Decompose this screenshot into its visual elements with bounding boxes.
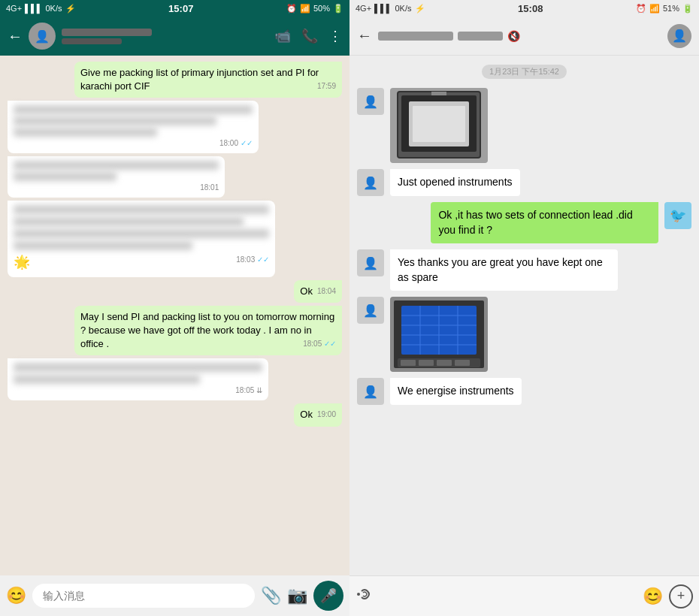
right-battery-icon: 🔋 (682, 4, 693, 14)
right-msg-row-1: 👤 (357, 88, 691, 163)
right-msg-row-6: 👤 We energise instruments (357, 378, 691, 405)
left-message-input[interactable] (32, 584, 255, 608)
message-text-3 (14, 161, 219, 170)
svg-rect-4 (413, 106, 465, 142)
right-chat-area: 1月23日 下午15:42 👤 (350, 56, 699, 575)
right-msg-avatar-3: 🐦 (664, 202, 691, 229)
right-contact-name-blur (378, 32, 453, 41)
left-carrier: 4G+ (6, 4, 22, 13)
right-msg-bubble-4: Yes thanks you are great you have kept o… (390, 249, 618, 291)
message-time-6: 18:05 ✓✓ (303, 339, 336, 349)
right-msg-text-2: Just opened instruments (398, 176, 513, 188)
right-time: 15:08 (518, 3, 543, 14)
right-contact-name-blur2 (458, 32, 503, 41)
right-msg-avatar-4: 👤 (357, 249, 384, 276)
right-emoji-button[interactable]: 😊 (643, 587, 663, 606)
message-text-4a (14, 205, 269, 214)
right-msg-avatar-6: 👤 (357, 378, 384, 405)
right-contact-name-area: 🔇 (378, 30, 661, 42)
right-status-bar: 4G+ ▌▌▌ 0K/s ⚡ 15:08 ⏰ 📶 51% 🔋 (350, 0, 699, 17)
left-chat-area: Give me packing list of primary injuncti… (0, 56, 350, 575)
left-status-bar: 4G+ ▌▌▌ 0K/s ⚡ 15:07 ⏰ 📶 50% 🔋 (0, 0, 350, 17)
svg-rect-19 (437, 360, 452, 366)
right-chat-header: ← 🔇 👤 (350, 17, 699, 56)
right-msg-row-5: 👤 (357, 297, 691, 372)
message-incoming-2: 18:00 ✓✓ (8, 101, 259, 153)
message-time-8: 19:00 (317, 409, 336, 420)
right-msg-text-4: Yes thanks you are great you have kept o… (398, 256, 603, 283)
message-text-2 (14, 105, 253, 114)
right-msg-bubble-6: We energise instruments (390, 378, 522, 405)
right-voice-button[interactable] (356, 585, 374, 608)
person-icon: 👤 (35, 29, 50, 44)
message-text-7b (14, 375, 200, 384)
right-carrier: 4G+ (356, 4, 371, 13)
right-plus-button[interactable]: + (669, 584, 693, 608)
right-msg-avatar-1: 👤 (357, 88, 384, 115)
message-text-4b (14, 217, 244, 226)
left-battery: 50% (313, 4, 330, 13)
left-chat-panel: 4G+ ▌▌▌ 0K/s ⚡ 15:07 ⏰ 📶 50% 🔋 ← 👤 📹 📞 ⋮ (0, 0, 350, 616)
right-wifi-icon: 📶 (649, 4, 660, 14)
left-camera-button[interactable]: 📷 (287, 586, 307, 605)
svg-rect-20 (455, 360, 470, 366)
right-msg-row-2: 👤 Just opened instruments (357, 169, 691, 196)
right-mute-icon: 🔇 (507, 30, 520, 42)
right-msg-image-5 (390, 297, 488, 372)
left-battery-icon: 🔋 (333, 4, 343, 14)
left-attach-button[interactable]: 📎 (261, 586, 281, 605)
left-call-icon[interactable]: 📞 (301, 28, 318, 44)
svg-rect-18 (419, 360, 434, 366)
left-status-right: ⏰ 📶 50% 🔋 (286, 4, 343, 14)
right-person-icon-6: 👤 (363, 385, 378, 399)
right-battery: 51% (663, 4, 679, 13)
left-usb-icon: ⚡ (65, 4, 76, 14)
right-person-icon-2: 👤 (363, 176, 378, 190)
svg-point-21 (357, 593, 360, 596)
message-text-2b (14, 116, 216, 125)
right-msg-avatar-5: 👤 (357, 297, 384, 324)
message-incoming-3: 18:01 (8, 156, 225, 198)
left-contact-name (62, 29, 152, 36)
right-msg-row-4: 👤 Yes thanks you are great you have kept… (357, 249, 691, 291)
right-person-icon: 👤 (672, 29, 687, 43)
right-alarm-icon: ⏰ (636, 4, 646, 14)
left-time: 15:07 (168, 3, 193, 14)
svg-rect-5 (431, 92, 446, 95)
left-signal: ▌▌▌ (25, 4, 42, 13)
message-incoming-4: 🌟 18:03 ✓✓ (8, 201, 275, 276)
right-status-left: 4G+ ▌▌▌ 0K/s ⚡ (356, 4, 425, 14)
message-text-1: Give me packing list of primary injuncti… (80, 67, 319, 92)
left-mic-button[interactable]: 🎤 (313, 581, 343, 611)
message-incoming-7: 18:05 ⇊ (8, 358, 268, 400)
left-input-bar: 😊 📎 📷 🎤 (0, 575, 350, 616)
left-alarm-icon: ⏰ (286, 4, 297, 14)
right-date-divider: 1月23日 下午15:42 (482, 65, 567, 79)
message-text-6: May I send PI and packing list to you on… (80, 311, 334, 349)
message-outgoing-5: Ok 18:04 (294, 280, 342, 303)
message-time-1: 17:59 (317, 81, 336, 92)
left-contact-status (62, 38, 122, 44)
right-msg-row-3: 🐦 Ok ,it has two sets of connection lead… (357, 202, 691, 243)
left-status-left: 4G+ ▌▌▌ 0K/s ⚡ (6, 4, 76, 14)
left-wifi-icon: 📶 (300, 4, 310, 14)
message-text-3b (14, 172, 116, 181)
right-usb-icon: ⚡ (415, 4, 425, 14)
right-input-bar: 😊 + (350, 575, 699, 616)
message-text-8: Ok (300, 409, 313, 420)
right-msg-image-1 (390, 88, 488, 163)
right-msg-text-6: We energise instruments (398, 385, 514, 397)
message-text-5: Ok (300, 285, 313, 297)
left-video-icon[interactable]: 📹 (274, 28, 291, 44)
message-text-2c (14, 128, 157, 137)
left-back-button[interactable]: ← (8, 28, 23, 45)
message-outgoing-1: Give me packing list of primary injuncti… (74, 62, 342, 98)
right-data-speed: 0K/s (395, 4, 412, 13)
message-time-3: 18:01 (200, 183, 219, 193)
left-contact-avatar: 👤 (29, 23, 56, 50)
right-back-button[interactable]: ← (357, 27, 372, 44)
left-emoji-button[interactable]: 😊 (6, 586, 26, 605)
left-menu-icon[interactable]: ⋮ (328, 28, 342, 44)
left-chat-header: ← 👤 📹 📞 ⋮ (0, 17, 350, 56)
left-header-icons: 📹 📞 ⋮ (274, 28, 342, 44)
